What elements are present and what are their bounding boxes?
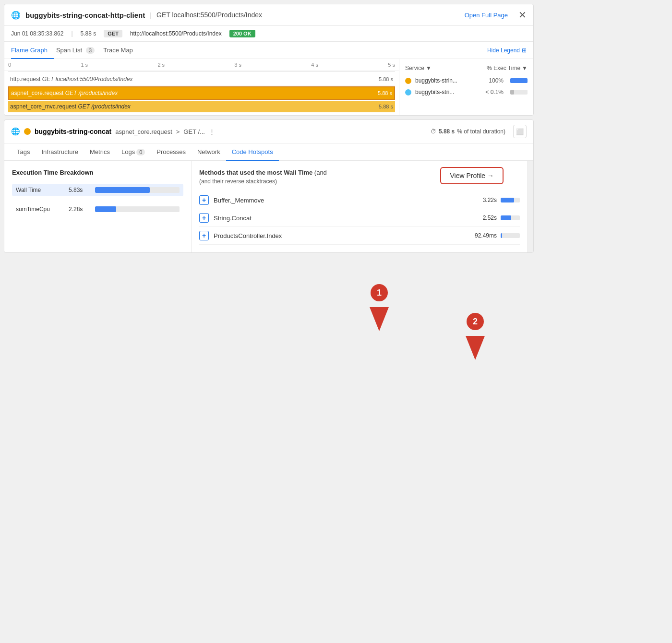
title-separator: | [150, 11, 152, 19]
span-header: 🌐 buggybits-string-concat aspnet_core.re… [4, 120, 533, 143]
tab-network[interactable]: Network [192, 143, 226, 160]
tab-infrastructure-label: Infrastructure [41, 148, 78, 155]
legend-exec-label: % Exec Time [487, 65, 520, 71]
method-expand-1[interactable]: + [199, 195, 209, 205]
split-content: Execution Time Breakdown Wall Time 5.83s… [4, 161, 533, 252]
method-row-2: + String.Concat 2.52s [199, 209, 520, 227]
clock-icon: ⏱ [431, 128, 436, 135]
flame-area: 0 1 s 2 s 3 s 4 s 5 s http.request GET l… [4, 59, 533, 115]
span-name: GET /... [183, 128, 205, 135]
exec-bar-fill-sum-time-cpu [95, 206, 116, 212]
method-badge: GET [104, 30, 122, 37]
request-duration: 5.88 s [81, 30, 96, 37]
legend-icon: ⊞ [522, 47, 527, 54]
globe-icon: 🌐 [11, 11, 21, 20]
tab-flame-graph[interactable]: Flame Graph [11, 42, 54, 59]
close-button[interactable]: ✕ [518, 9, 527, 21]
time-mark-0: 0 [8, 62, 11, 68]
legend-service-label: Service [405, 65, 424, 71]
hide-legend-label: Hide Legend [487, 47, 520, 54]
method-name-2: String.Concat [214, 214, 483, 222]
scrollbar[interactable] [528, 161, 533, 252]
legend-row-2: buggybits-stri... < 0.1% [405, 89, 528, 95]
method-time-3: 92.49ms [475, 232, 497, 239]
span-service: buggybits-string-concat [35, 128, 111, 135]
legend-exec-col[interactable]: % Exec Time ▼ [487, 65, 528, 71]
trace-row-1[interactable]: http.request GET localhost:5500/Products… [8, 73, 395, 85]
tab-metrics[interactable]: Metrics [84, 143, 116, 160]
title-bar: 🌐 buggybits-string-concat-http-client | … [4, 4, 533, 26]
more-options-button[interactable]: ⋮ [209, 128, 215, 135]
tab-logs[interactable]: Logs 0 [116, 143, 151, 160]
methods-and-text: (and [314, 169, 327, 176]
legend-pct-2: < 0.1% [485, 89, 504, 95]
open-full-page-button[interactable]: Open Full Page [465, 12, 508, 19]
method-bar-fill-3 [501, 233, 502, 238]
method-bar-fill-2 [501, 215, 511, 220]
legend-service-col[interactable]: Service ▼ [405, 65, 479, 71]
exec-row-wall-time: Wall Time 5.83s [12, 184, 183, 196]
exec-title: Execution Time Breakdown [12, 169, 183, 176]
view-profile-button[interactable]: View Profile → [440, 167, 504, 184]
legend-row-1: buggybits-strin... 100% [405, 77, 528, 84]
trace-row-2[interactable]: aspnet_core.request GET /products/index … [8, 86, 395, 100]
tab-trace-map[interactable]: Trace Map [103, 42, 140, 59]
flame-main: 0 1 s 2 s 3 s 4 s 5 s http.request GET l… [4, 59, 399, 115]
meta-bar: Jun 01 08:35:33.862 | 5.88 s GET http://… [4, 26, 533, 42]
time-ruler: 0 1 s 2 s 3 s 4 s 5 s [4, 59, 399, 71]
tab-trace-map-label: Trace Map [103, 47, 133, 54]
exec-row-sum-time-cpu: sumTimeCpu 2.28s [12, 203, 183, 215]
legend-exec-sort-icon: ▼ [522, 65, 528, 71]
logs-badge: 0 [136, 149, 145, 155]
method-rows: + Buffer._Memmove 3.22s + String.Concat … [199, 191, 520, 245]
exec-value-wall-time: 5.83s [69, 187, 95, 193]
legend-dot-1 [405, 78, 411, 84]
method-row-1: + Buffer._Memmove 3.22s [199, 191, 520, 209]
exec-bar-fill-wall-time [95, 187, 150, 193]
span-tabs: Tags Infrastructure Metrics Logs 0 Proce… [4, 143, 533, 161]
tab-logs-label: Logs [121, 148, 135, 155]
top-panel: 🌐 buggybits-string-concat-http-client | … [4, 4, 534, 116]
status-badge: 200 OK [229, 30, 255, 37]
exec-label-wall-time: Wall Time [16, 187, 69, 193]
time-mark-2: 2 s [157, 62, 165, 68]
tab-tags[interactable]: Tags [11, 143, 36, 160]
legend-bar-bg-2 [510, 90, 528, 95]
time-mark-1: 1 s [81, 62, 88, 68]
tab-processes-label: Processes [156, 148, 186, 155]
tab-metrics-label: Metrics [90, 148, 110, 155]
legend-name-1: buggybits-strin... [415, 77, 485, 84]
tab-infrastructure[interactable]: Infrastructure [36, 143, 84, 160]
time-mark-5: 5 s [388, 62, 395, 68]
legend-dot-2 [405, 89, 411, 95]
trace-row-3[interactable]: aspnet_core_mvc.request GET /products/in… [8, 101, 395, 112]
request-datetime: Jun 01 08:35:33.862 [11, 30, 63, 37]
trace-row-3-time: 5.88 s [379, 104, 393, 109]
legend-header: Service ▼ % Exec Time ▼ [405, 65, 528, 71]
method-expand-3[interactable]: + [199, 231, 209, 240]
tab-code-hotspots[interactable]: Code Hotspots [226, 143, 279, 161]
tab-span-list-label: Span List [56, 47, 82, 54]
method-name-1: Buffer._Memmove [214, 197, 483, 204]
tab-span-list[interactable]: Span List 3 [56, 42, 101, 59]
method-expand-2[interactable]: + [199, 213, 209, 223]
method-bar-fill-1 [501, 198, 514, 202]
bottom-panel: 🌐 buggybits-string-concat aspnet_core.re… [4, 119, 534, 253]
exec-value-sum-time-cpu: 2.28s [69, 206, 95, 213]
tab-processes[interactable]: Processes [151, 143, 192, 160]
legend-service-sort-icon: ▼ [426, 65, 432, 71]
view-profile-label: View Profile → [450, 172, 494, 179]
span-duration-suffix: % of total duration) [457, 128, 505, 135]
methods-panel: Methods that used the most Wall Time (an… [192, 161, 528, 252]
trace-row-2-time: 5.88 s [378, 90, 392, 96]
expand-icon: ⬜ [516, 128, 524, 135]
span-globe-icon: 🌐 [11, 127, 20, 136]
method-bar-bg-2 [501, 215, 520, 220]
trace-row-2-label: aspnet_core.request GET /products/index [11, 90, 118, 96]
legend-bar-1 [510, 78, 528, 83]
exec-bar-bg-wall-time [95, 187, 180, 193]
time-mark-4: 4 s [311, 62, 318, 68]
expand-button[interactable]: ⬜ [513, 125, 527, 138]
hide-legend-button[interactable]: Hide Legend ⊞ [487, 47, 527, 54]
span-duration-info: ⏱ 5.88 s % of total duration) [431, 128, 505, 135]
